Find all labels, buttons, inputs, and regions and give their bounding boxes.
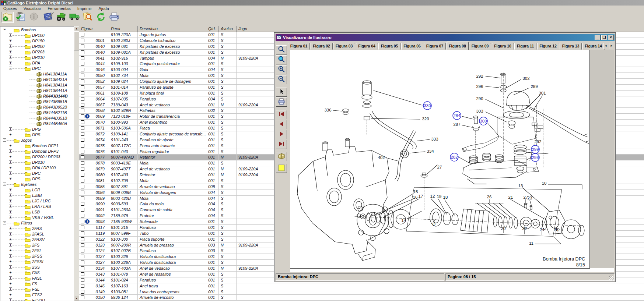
row-checkbox[interactable] [81, 62, 84, 65]
row-checkbox[interactable] [81, 185, 84, 188]
callout-334[interactable]: 334 [427, 149, 434, 153]
tree-item-fsl[interactable]: +FSL [0, 287, 74, 292]
row-checkbox[interactable] [81, 278, 84, 282]
menu-ferramentas[interactable]: Ferramentas [44, 6, 74, 11]
tree-item-dpc[interactable]: +DPC [0, 171, 74, 176]
collapse-icon[interactable]: − [3, 138, 6, 142]
collapse-icon[interactable]: − [3, 183, 6, 186]
tab-figura-03[interactable]: Figura 03 [333, 43, 355, 50]
callout-25[interactable]: 25 [554, 227, 559, 232]
callout-13[interactable]: 13 [518, 184, 523, 188]
expand-icon[interactable]: + [9, 56, 12, 59]
zoom-in-button[interactable] [276, 65, 287, 74]
tab-figura-11[interactable]: Figura 11 [514, 43, 536, 50]
callout-18[interactable]: 18 [443, 195, 448, 199]
info-icon[interactable]: i [85, 219, 90, 224]
callout-20[interactable]: 20 [501, 226, 506, 231]
row-checkbox[interactable] [81, 249, 84, 252]
row-checkbox[interactable] [81, 120, 84, 124]
expand-icon[interactable]: + [9, 260, 12, 263]
scrollbar-thumb[interactable] [74, 31, 79, 50]
open-catalog-button[interactable] [276, 152, 287, 161]
tree-item-r8444b211b[interactable]: R8444B211B [0, 110, 74, 116]
expand-icon[interactable]: + [9, 33, 12, 37]
print-figure-button[interactable] [276, 98, 287, 107]
expand-icon[interactable]: + [9, 243, 12, 247]
expand-icon[interactable]: + [9, 144, 12, 147]
menu-imprimir[interactable]: Imprimir [74, 6, 95, 11]
row-checkbox[interactable] [81, 167, 84, 171]
callout-12[interactable]: 12 [430, 194, 435, 198]
callout-320[interactable]: 320 [422, 117, 429, 121]
zoom-window-button[interactable] [276, 45, 287, 54]
callout-292[interactable]: 292 [534, 139, 541, 144]
tree-item-dp210[interactable]: +DP210 [0, 55, 74, 60]
expand-icon[interactable]: + [9, 232, 12, 236]
row-checkbox[interactable] [81, 150, 84, 153]
collapse-icon[interactable]: − [3, 221, 6, 224]
first-figure-button[interactable] [276, 110, 287, 119]
callout-298[interactable]: 298 [532, 155, 539, 160]
tree-item-fs[interactable]: +FS [0, 281, 74, 287]
callout-17[interactable]: 17 [419, 194, 423, 198]
tab-figura-01[interactable]: Figura 01 [288, 43, 310, 50]
search-button[interactable] [81, 12, 94, 23]
tree-item-fasl[interactable]: +FASL [0, 276, 74, 281]
minimize-button[interactable]: _ [595, 35, 601, 40]
callout-292[interactable]: 292 [476, 74, 483, 78]
row-checkbox[interactable] [81, 91, 84, 95]
callout-21[interactable]: 21 [508, 195, 513, 199]
expand-icon[interactable]: + [9, 271, 12, 274]
expand-icon[interactable]: + [9, 227, 12, 230]
row-checkbox[interactable] [81, 173, 84, 177]
row-checkbox[interactable] [81, 68, 84, 71]
illustration-canvas[interactable]: 2923022962893012903032843002873303203363… [290, 50, 614, 272]
close-button[interactable]: × [608, 35, 614, 40]
tree-item-dp210[interactable]: +DP210 [0, 160, 74, 165]
tree-item-r8443b144b[interactable]: R8443B144B [0, 93, 74, 99]
last-figure-button[interactable] [276, 140, 287, 149]
callout-19[interactable]: 19 [437, 194, 442, 199]
expand-icon[interactable]: + [9, 293, 12, 296]
row-checkbox[interactable] [81, 109, 84, 112]
tree-item-dpc[interactable]: −DPC [0, 66, 74, 71]
refresh-button[interactable] [95, 12, 107, 23]
row-checkbox[interactable] [81, 155, 84, 159]
expand-icon[interactable]: + [9, 45, 12, 48]
tree-item-r8443b951b[interactable]: R8443B951B [0, 99, 74, 105]
highlight-color-button[interactable] [276, 164, 287, 173]
previous-figure-button[interactable] [276, 120, 287, 129]
callout-402[interactable]: 402 [378, 155, 385, 160]
row-checkbox[interactable] [81, 261, 84, 264]
tab-figura-09[interactable]: Figura 09 [469, 43, 491, 50]
expand-icon[interactable]: + [9, 254, 12, 258]
tab-scroll-right-icon[interactable]: ► [609, 43, 614, 49]
drawings-button[interactable] [42, 12, 55, 23]
maximize-button[interactable]: ❐ [601, 35, 607, 40]
row-checkbox[interactable] [81, 103, 84, 107]
row-checkbox[interactable] [81, 226, 84, 229]
resize-grip-icon[interactable] [609, 276, 614, 280]
tree-item-ljc-lrc[interactable]: +LJC / LRC [0, 198, 74, 204]
tree-item-r8443b952b[interactable]: R8443B952B [0, 105, 74, 110]
tree-scrollbar[interactable]: ▲ ▼ [74, 26, 79, 301]
expand-icon[interactable]: + [9, 155, 12, 158]
tree-item-2fasv[interactable]: +2FASV [0, 237, 74, 242]
next-figure-button[interactable] [276, 130, 287, 139]
callout-300[interactable]: 300 [480, 119, 487, 123]
expand-icon[interactable]: + [9, 171, 12, 175]
expand-icon[interactable]: + [9, 166, 12, 169]
row-checkbox[interactable] [81, 196, 84, 200]
tractor-button[interactable] [55, 12, 67, 23]
row-checkbox[interactable] [81, 231, 84, 235]
column-header-qtd[interactable]: Qtd. [206, 26, 219, 32]
callout-287[interactable]: 287 [453, 122, 460, 127]
tree-item-lra-lrb[interactable]: +LRA / LRB [0, 204, 74, 209]
row-checkbox[interactable] [81, 290, 84, 294]
tree-item-bombas-dfp1[interactable]: +Bombas DFP1 [0, 143, 74, 149]
callout-284[interactable]: 284 [453, 113, 461, 118]
expand-icon[interactable]: + [9, 149, 12, 153]
catalog-button[interactable] [1, 12, 14, 23]
tree-item-h8413b421a[interactable]: H8413B421A [0, 77, 74, 82]
expand-icon[interactable]: + [9, 298, 12, 301]
